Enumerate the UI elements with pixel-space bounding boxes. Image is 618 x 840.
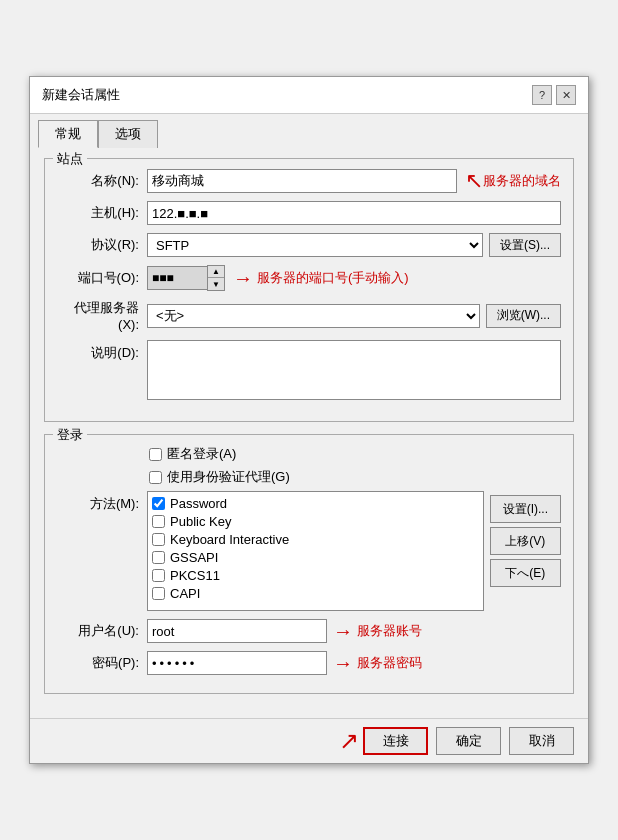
auth-agent-checkbox[interactable] xyxy=(149,471,162,484)
username-row: 用户名(U): → 服务器账号 xyxy=(57,619,561,643)
method-keyboard-checkbox[interactable] xyxy=(152,533,165,546)
anon-label: 匿名登录(A) xyxy=(167,445,236,463)
port-down-button[interactable]: ▼ xyxy=(208,278,224,290)
port-row: 端口号(O): ▲ ▼ → 服务器的端口号(手动输入) xyxy=(57,265,561,291)
method-gssapi-label: GSSAPI xyxy=(170,550,218,565)
method-item-capi: CAPI xyxy=(152,586,479,601)
method-movedown-button[interactable]: 下へ(E) xyxy=(490,559,561,587)
method-box: Password Public Key Keyboard Interactive… xyxy=(147,491,484,611)
auth-agent-label: 使用身份验证代理(G) xyxy=(167,468,290,486)
host-label: 主机(H): xyxy=(57,204,147,222)
method-label: 方法(M): xyxy=(57,491,147,513)
station-section: 站点 名称(N): ↖ 服务器的域名 主机(H): xyxy=(44,158,574,422)
protocol-control: SFTP FTP SCP 设置(S)... xyxy=(147,233,561,257)
connect-button[interactable]: 连接 xyxy=(363,727,428,755)
port-spinner: ▲ ▼ xyxy=(147,265,227,291)
method-publickey-checkbox[interactable] xyxy=(152,515,165,528)
port-annotation: 服务器的端口号(手动输入) xyxy=(257,269,409,287)
connect-area: ↗ 连接 xyxy=(339,727,428,755)
method-item-pkcs11: PKCS11 xyxy=(152,568,479,583)
name-input[interactable] xyxy=(147,169,457,193)
bottom-bar: ↗ 连接 确定 取消 xyxy=(30,718,588,763)
station-section-title: 站点 xyxy=(53,150,87,168)
host-input[interactable] xyxy=(147,201,561,225)
method-item-keyboard: Keyboard Interactive xyxy=(152,532,479,547)
port-spinner-buttons: ▲ ▼ xyxy=(207,265,225,291)
desc-row: 说明(D): xyxy=(57,340,561,403)
tab-options[interactable]: 选项 xyxy=(98,120,158,148)
proxy-control: <无> 浏览(W)... xyxy=(147,304,561,328)
tab-general[interactable]: 常规 xyxy=(38,120,98,148)
proxy-row: 代理服务器(X): <无> 浏览(W)... xyxy=(57,299,561,332)
dialog: 新建会话属性 ? ✕ 常规 选项 站点 名称(N): ↖ xyxy=(29,76,589,764)
anon-checkbox[interactable] xyxy=(149,448,162,461)
login-section: 登录 匿名登录(A) 使用身份验证代理(G) 方法(M): Password xyxy=(44,434,574,694)
main-content: 站点 名称(N): ↖ 服务器的域名 主机(H): xyxy=(30,148,588,718)
dialog-title: 新建会话属性 xyxy=(42,86,120,104)
connect-arrow-icon: ↗ xyxy=(339,727,359,755)
method-gssapi-checkbox[interactable] xyxy=(152,551,165,564)
password-label: 密码(P): xyxy=(57,654,147,672)
method-capi-label: CAPI xyxy=(170,586,200,601)
username-label: 用户名(U): xyxy=(57,622,147,640)
ok-button[interactable]: 确定 xyxy=(436,727,501,755)
username-control: → 服务器账号 xyxy=(147,619,561,643)
name-annotation: 服务器的域名 xyxy=(483,172,561,190)
method-buttons: 设置(I)... 上移(V) 下へ(E) xyxy=(490,491,561,587)
protocol-label: 协议(R): xyxy=(57,236,147,254)
password-control: → 服务器密码 xyxy=(147,651,561,675)
host-row: 主机(H): xyxy=(57,201,561,225)
method-settings-button[interactable]: 设置(I)... xyxy=(490,495,561,523)
name-control: ↖ 服务器的域名 xyxy=(147,169,561,193)
password-annotation: 服务器密码 xyxy=(357,654,422,672)
port-input[interactable] xyxy=(147,266,207,290)
password-arrow-icon: → xyxy=(333,652,353,675)
desc-label: 说明(D): xyxy=(57,340,147,362)
desc-textarea[interactable] xyxy=(147,340,561,400)
desc-control xyxy=(147,340,561,403)
port-arrow-icon: → xyxy=(233,267,253,290)
method-moveup-button[interactable]: 上移(V) xyxy=(490,527,561,555)
name-row: 名称(N): ↖ 服务器的域名 xyxy=(57,169,561,193)
help-button[interactable]: ? xyxy=(532,85,552,105)
proxy-select[interactable]: <无> xyxy=(147,304,480,328)
name-arrow-icon: ↖ xyxy=(465,168,483,193)
method-item-publickey: Public Key xyxy=(152,514,479,529)
name-label: 名称(N): xyxy=(57,172,147,190)
method-item-password: Password xyxy=(152,496,479,511)
cancel-button[interactable]: 取消 xyxy=(509,727,574,755)
method-publickey-label: Public Key xyxy=(170,514,231,529)
proxy-browse-button[interactable]: 浏览(W)... xyxy=(486,304,561,328)
auth-agent-row: 使用身份验证代理(G) xyxy=(149,468,561,486)
method-capi-checkbox[interactable] xyxy=(152,587,165,600)
username-annotation: 服务器账号 xyxy=(357,622,422,640)
close-button[interactable]: ✕ xyxy=(556,85,576,105)
protocol-settings-button[interactable]: 设置(S)... xyxy=(489,233,561,257)
title-bar: 新建会话属性 ? ✕ xyxy=(30,77,588,114)
method-pkcs11-checkbox[interactable] xyxy=(152,569,165,582)
password-input[interactable] xyxy=(147,651,327,675)
protocol-row: 协议(R): SFTP FTP SCP 设置(S)... xyxy=(57,233,561,257)
login-section-title: 登录 xyxy=(53,426,87,444)
username-arrow-icon: → xyxy=(333,620,353,643)
port-control: ▲ ▼ → 服务器的端口号(手动输入) xyxy=(147,265,561,291)
method-item-gssapi: GSSAPI xyxy=(152,550,479,565)
port-label: 端口号(O): xyxy=(57,269,147,287)
method-keyboard-label: Keyboard Interactive xyxy=(170,532,289,547)
anon-row: 匿名登录(A) xyxy=(149,445,561,463)
method-password-label: Password xyxy=(170,496,227,511)
password-row: 密码(P): → 服务器密码 xyxy=(57,651,561,675)
host-control xyxy=(147,201,561,225)
proxy-label: 代理服务器(X): xyxy=(57,299,147,332)
protocol-select[interactable]: SFTP FTP SCP xyxy=(147,233,483,257)
method-password-checkbox[interactable] xyxy=(152,497,165,510)
method-pkcs11-label: PKCS11 xyxy=(170,568,220,583)
method-area: 方法(M): Password Public Key Keyboard Inte… xyxy=(57,491,561,611)
tabs: 常规 选项 xyxy=(30,114,588,148)
title-bar-buttons: ? ✕ xyxy=(532,85,576,105)
port-up-button[interactable]: ▲ xyxy=(208,266,224,278)
username-input[interactable] xyxy=(147,619,327,643)
